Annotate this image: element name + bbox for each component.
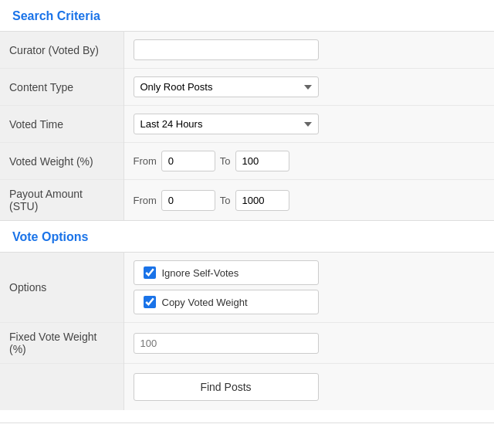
search-criteria-title: Search Criteria <box>12 9 482 23</box>
options-cell: Ignore Self-Votes Copy Voted Weight <box>124 253 494 323</box>
voted-weight-cell: From To <box>124 143 494 180</box>
options-row: Options Ignore Self-Votes Copy Voted Wei… <box>0 253 494 323</box>
find-posts-button[interactable]: Find Posts <box>134 373 319 401</box>
content-type-cell: Only Root Posts All Posts Comments Only <box>124 69 494 106</box>
voted-weight-range: From To <box>134 151 486 171</box>
voted-time-row: Voted Time Last 24 Hours Last 7 Days Las… <box>0 106 494 143</box>
voted-time-select[interactable]: Last 24 Hours Last 7 Days Last 30 Days <box>134 114 319 134</box>
curator-cell <box>124 32 494 69</box>
search-criteria-section: Search Criteria <box>0 0 494 23</box>
bottom-spacer <box>0 423 494 448</box>
copy-voted-weight-label: Copy Voted Weight <box>162 297 248 308</box>
payout-amount-cell: From To <box>124 180 494 221</box>
voted-weight-label: Voted Weight (%) <box>0 143 124 180</box>
curator-label: Curator (Voted By) <box>0 32 124 69</box>
content-type-row: Content Type Only Root Posts All Posts C… <box>0 69 494 106</box>
content-type-select[interactable]: Only Root Posts All Posts Comments Only <box>134 76 319 97</box>
voted-weight-to-input[interactable] <box>235 151 289 171</box>
voted-time-label: Voted Time <box>0 106 124 143</box>
fixed-vote-weight-cell <box>124 323 494 364</box>
curator-input[interactable] <box>134 39 319 60</box>
content-type-label: Content Type <box>0 69 124 106</box>
payout-from-input[interactable] <box>161 190 215 211</box>
find-posts-row: Find Posts <box>0 364 494 411</box>
fixed-vote-weight-row: Fixed Vote Weight (%) <box>0 323 494 364</box>
voted-weight-row: Voted Weight (%) From To <box>0 143 494 180</box>
find-posts-cell: Find Posts <box>124 364 494 411</box>
payout-amount-range: From To <box>134 190 486 211</box>
vote-options-section: Vote Options <box>0 221 494 244</box>
find-posts-empty-cell <box>0 364 124 411</box>
copy-voted-weight-checkbox[interactable] <box>144 296 156 308</box>
voted-weight-to-label: To <box>220 155 231 167</box>
voted-time-cell: Last 24 Hours Last 7 Days Last 30 Days <box>124 106 494 143</box>
payout-to-input[interactable] <box>235 190 289 211</box>
payout-from-label: From <box>134 195 157 206</box>
vote-options-title: Vote Options <box>12 230 482 244</box>
payout-amount-row: Payout Amount (STU) From To <box>0 180 494 221</box>
ignore-self-votes-checkbox-item[interactable]: Ignore Self-Votes <box>134 260 319 285</box>
voted-weight-from-label: From <box>134 155 157 167</box>
ignore-self-votes-label: Ignore Self-Votes <box>162 267 239 279</box>
fixed-vote-weight-label: Fixed Vote Weight (%) <box>0 323 124 364</box>
search-criteria-table: Curator (Voted By) Content Type Only Roo… <box>0 31 494 220</box>
page-wrapper: Search Criteria Curator (Voted By) Conte… <box>0 0 494 448</box>
vote-options-table: Options Ignore Self-Votes Copy Voted Wei… <box>0 252 494 410</box>
payout-amount-label: Payout Amount (STU) <box>0 180 124 221</box>
ignore-self-votes-checkbox[interactable] <box>144 266 156 279</box>
options-label: Options <box>0 253 124 323</box>
payout-to-label: To <box>220 195 231 206</box>
voted-weight-from-input[interactable] <box>161 151 215 171</box>
fixed-vote-weight-input[interactable] <box>134 333 319 354</box>
copy-voted-weight-checkbox-item[interactable]: Copy Voted Weight <box>134 290 319 314</box>
curator-row: Curator (Voted By) <box>0 32 494 69</box>
